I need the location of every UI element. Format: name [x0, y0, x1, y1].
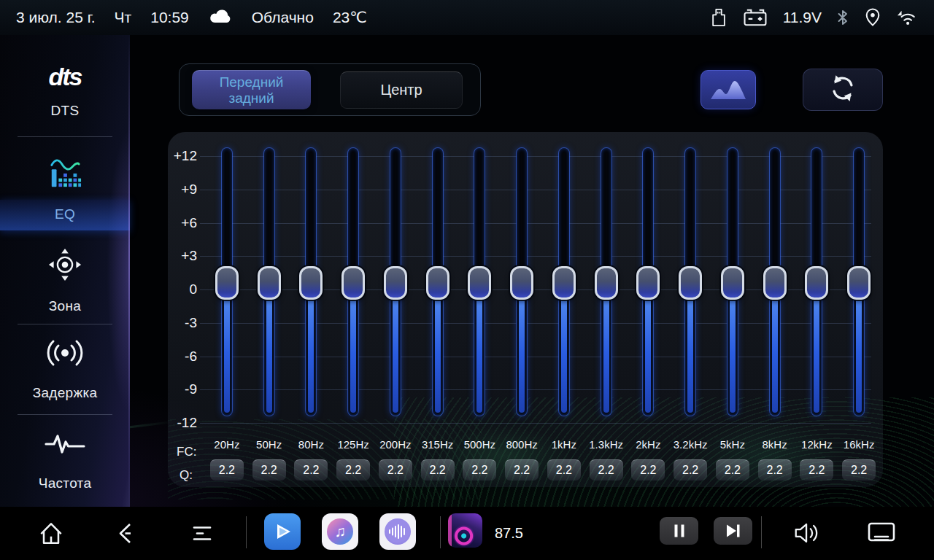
- voice-app-button[interactable]: [379, 513, 416, 550]
- eq-slider-track[interactable]: [601, 148, 611, 416]
- eq-slider-thumb[interactable]: [763, 266, 787, 300]
- eq-slider-thumb[interactable]: [595, 266, 618, 300]
- eq-slider-track[interactable]: [517, 148, 527, 416]
- eq-slider-track[interactable]: [727, 148, 738, 416]
- bottom-bar-divider: [761, 516, 762, 548]
- sidebar: dts DTS EQ: [0, 35, 130, 507]
- eq-slider-thumb[interactable]: [805, 266, 828, 300]
- status-temperature: 23℃: [333, 9, 367, 26]
- eq-band-q-button[interactable]: 2.2: [842, 459, 876, 481]
- eq-slider-track[interactable]: [854, 148, 864, 416]
- eq-slider-thumb[interactable]: [468, 266, 491, 300]
- eq-slider-track[interactable]: [811, 148, 822, 416]
- eq-band-q-button[interactable]: 2.2: [800, 459, 833, 481]
- pause-button[interactable]: [660, 517, 698, 545]
- back-button[interactable]: [109, 514, 142, 552]
- tab-front-rear[interactable]: Передний задний: [192, 70, 311, 109]
- play-app-button[interactable]: [264, 513, 301, 550]
- eq-band-q-button[interactable]: 2.2: [421, 459, 455, 481]
- zone-icon: [47, 246, 83, 286]
- eq-band-q-button[interactable]: 2.2: [294, 459, 328, 481]
- eq-slider-thumb[interactable]: [847, 266, 871, 300]
- eq-band-q-button[interactable]: 2.2: [379, 459, 412, 481]
- eq-slider-fill: [350, 281, 356, 413]
- eq-band-q-button[interactable]: 2.2: [336, 459, 370, 481]
- eq-slider-thumb[interactable]: [258, 266, 281, 300]
- speaker-tab-bar: Передний задний Центр: [179, 63, 481, 116]
- eq-band-q-button[interactable]: 2.2: [631, 459, 665, 481]
- location-icon: [864, 7, 881, 28]
- eq-band-frequency: 80Hz: [290, 438, 333, 451]
- eq-band-q-button[interactable]: 2.2: [716, 459, 749, 481]
- reset-button[interactable]: [803, 69, 883, 111]
- eq-slider-track[interactable]: [685, 148, 695, 416]
- eq-slider-track[interactable]: [643, 148, 653, 416]
- sidebar-item-delay[interactable]: Задержка: [0, 338, 130, 401]
- sidebar-divider: [18, 136, 112, 137]
- eq-band-q-button[interactable]: 2.2: [463, 459, 496, 481]
- eq-band: 80Hz 2.2: [290, 132, 333, 487]
- eq-slider-fill: [603, 281, 609, 413]
- eq-slider-track[interactable]: [433, 148, 443, 416]
- eq-band: 200Hz 2.2: [374, 132, 417, 487]
- eq-scale-label: +6: [168, 214, 197, 232]
- eq-band-q-button[interactable]: 2.2: [210, 459, 244, 481]
- eq-band-q-button[interactable]: 2.2: [590, 459, 623, 481]
- eq-band-q-button[interactable]: 2.2: [758, 459, 792, 481]
- eq-slider-thumb[interactable]: [721, 266, 744, 300]
- eq-band-q-button[interactable]: 2.2: [252, 459, 286, 481]
- eq-slider-thumb[interactable]: [299, 266, 323, 300]
- eq-band-q-button[interactable]: 2.2: [674, 459, 707, 481]
- menu-button[interactable]: [186, 514, 218, 552]
- eq-band-q-button[interactable]: 2.2: [505, 459, 539, 481]
- eq-slider-fill: [519, 281, 525, 413]
- sidebar-divider: [18, 414, 112, 415]
- eq-band: 800Hz 2.2: [501, 132, 543, 487]
- sidebar-item-label: Частота: [39, 475, 92, 491]
- dts-logo: dts: [49, 63, 82, 91]
- eq-slider-track[interactable]: [474, 148, 485, 416]
- sidebar-item-zone[interactable]: Зона: [0, 246, 130, 314]
- home-button[interactable]: [35, 514, 67, 552]
- eq-band-q-button[interactable]: 2.2: [547, 459, 581, 481]
- eq-slider-fill: [687, 281, 693, 413]
- status-weather: Облачно: [252, 9, 314, 26]
- display-button[interactable]: [864, 516, 899, 551]
- eq-slider-thumb[interactable]: [384, 266, 407, 300]
- eq-slider-track[interactable]: [264, 148, 274, 416]
- eq-slider-thumb[interactable]: [552, 266, 576, 300]
- curve-view-button[interactable]: [700, 70, 756, 109]
- radio-app-button[interactable]: [448, 513, 482, 548]
- sidebar-item-frequency[interactable]: Частота: [0, 432, 130, 491]
- music-app-button[interactable]: ♫: [322, 513, 358, 550]
- home-icon: [36, 518, 66, 548]
- eq-slider-track[interactable]: [348, 148, 358, 416]
- eq-slider-track[interactable]: [559, 148, 569, 416]
- status-time: 10:59: [150, 9, 189, 26]
- eq-slider-thumb[interactable]: [341, 266, 365, 300]
- eq-slider-track[interactable]: [770, 148, 780, 416]
- eq-slider-fill: [856, 281, 862, 413]
- eq-slider-track[interactable]: [390, 148, 401, 416]
- q-label: Q:: [180, 468, 193, 483]
- sidebar-item-label: DTS: [51, 103, 80, 119]
- eq-band-frequency: 16kHz: [838, 438, 880, 451]
- eq-slider-track[interactable]: [222, 148, 232, 416]
- eq-band: 20Hz 2.2: [206, 132, 248, 487]
- eq-slider-track[interactable]: [306, 148, 316, 416]
- eq-slider-thumb[interactable]: [636, 266, 660, 300]
- eq-slider-thumb[interactable]: [426, 266, 449, 300]
- eq-slider-fill: [224, 281, 230, 413]
- equalizer-icon: [48, 156, 82, 192]
- volume-button[interactable]: [790, 516, 824, 551]
- tab-center[interactable]: Центр: [340, 71, 463, 109]
- sidebar-item-eq[interactable]: EQ: [0, 156, 130, 230]
- eq-slider-thumb[interactable]: [215, 266, 239, 300]
- eq-slider-thumb[interactable]: [679, 266, 702, 300]
- eq-band-frequency: 5kHz: [711, 438, 754, 451]
- eq-slider-thumb[interactable]: [510, 266, 533, 300]
- sidebar-item-dts[interactable]: dts DTS: [0, 63, 130, 119]
- sidebar-item-label: Задержка: [33, 385, 98, 401]
- eq-scale-label: +12: [168, 147, 197, 165]
- next-track-button[interactable]: [714, 517, 752, 545]
